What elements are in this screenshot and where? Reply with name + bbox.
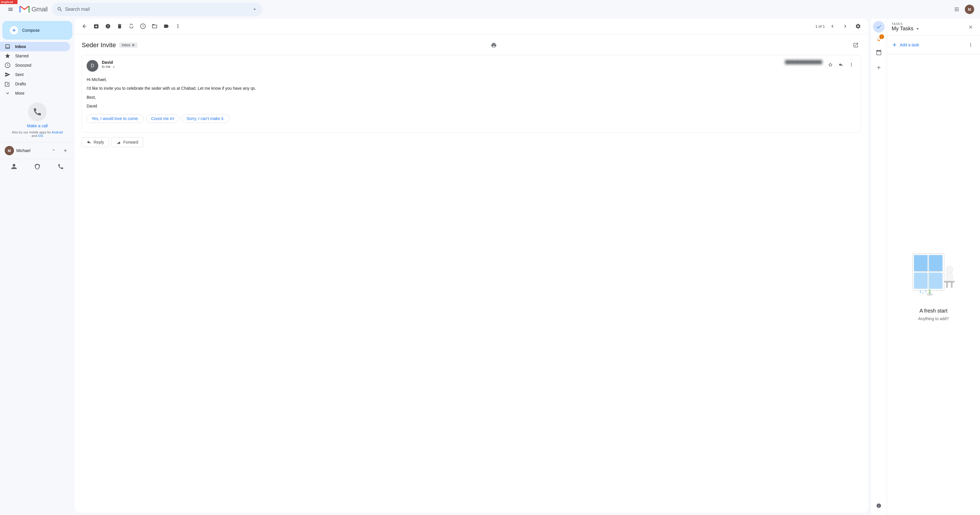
label-button[interactable] (161, 21, 172, 32)
spam-button[interactable] (103, 21, 113, 32)
user-dropdown-icon[interactable] (51, 148, 56, 154)
snooze-button[interactable] (138, 21, 148, 32)
remove-tag-button[interactable]: ✕ (132, 43, 135, 47)
sidebar-item-snoozed[interactable]: Snoozed (0, 60, 70, 70)
compose-button[interactable]: Compose (2, 21, 72, 40)
calendar-icon (876, 49, 882, 55)
email-subject: Seder Invite (82, 41, 116, 49)
star-email-button[interactable] (826, 60, 835, 69)
logo-area: Gmail (19, 3, 48, 15)
search-input[interactable] (65, 7, 250, 12)
next-email-button[interactable] (840, 21, 851, 32)
star-icon (5, 53, 11, 59)
sender-info: David to me (102, 60, 781, 69)
search-dropdown-icon[interactable] (252, 6, 258, 12)
drafts-label: Drafts (15, 82, 26, 86)
tasks-check-icon (876, 24, 882, 30)
prev-email-button[interactable] (827, 21, 838, 32)
sidebar-item-starred[interactable]: Starred (0, 51, 70, 60)
email-message: D David to me ███████████████ (82, 55, 861, 133)
pagination: 1 of 1 (815, 21, 863, 32)
tasks-close-button[interactable] (966, 22, 975, 32)
delete-button[interactable] (115, 21, 125, 32)
svg-point-17 (920, 290, 921, 293)
tasks-icon-button[interactable] (873, 21, 885, 33)
smart-replies: Yes, I would love to come. Count me in! … (87, 114, 856, 123)
apps-button[interactable] (951, 3, 963, 15)
sidebar-item-more[interactable]: More (0, 89, 70, 98)
email-content: Seder Invite Inbox ✕ D (75, 34, 868, 153)
forward-label: Forward (123, 140, 138, 144)
move-to-button[interactable] (150, 21, 160, 32)
account-button[interactable]: M (964, 3, 975, 15)
email-greeting: Hi Michael, (87, 76, 856, 83)
ios-link[interactable]: iOS (38, 134, 43, 138)
svg-point-18 (923, 292, 924, 295)
info-button[interactable] (874, 501, 883, 510)
fresh-start-subtitle: Anything to add? (918, 316, 949, 321)
reply-label: Reply (94, 140, 104, 144)
chat-user-item[interactable]: M Michael (2, 145, 72, 157)
chat-user-name: Michael (16, 148, 30, 153)
keep-icon-button[interactable]: ! (873, 34, 885, 46)
archive-button[interactable] (91, 21, 102, 32)
sidebar-item-sent[interactable]: Sent (0, 70, 70, 79)
settings-button[interactable] (853, 21, 863, 32)
tasks-label: TASKS (892, 22, 921, 25)
expand-button[interactable] (851, 40, 861, 51)
smart-reply-1[interactable]: Count me in! (146, 114, 179, 123)
smart-reply-2[interactable]: Sorry, I can't make it. (182, 114, 229, 123)
reply-quick-button[interactable] (836, 60, 846, 69)
email-header: D David to me ███████████████ (87, 60, 856, 72)
snoozed-label: Snoozed (15, 63, 31, 68)
mark-unread-button[interactable] (126, 21, 137, 32)
search-icon (57, 6, 63, 12)
android-link[interactable]: Android (52, 130, 63, 134)
snooze-icon (5, 62, 11, 68)
reply-button[interactable]: Reply (82, 137, 109, 147)
svg-rect-5 (914, 273, 928, 289)
make-call-link[interactable]: Make a call (27, 124, 48, 128)
tasks-illustration: A fresh start Anything to add? (887, 54, 980, 515)
inbox-icon (5, 44, 11, 49)
sender-to[interactable]: to me (102, 65, 781, 69)
meet-phone-button[interactable] (56, 162, 66, 172)
sidebar: Compose Inbox Starred Snoozed (0, 19, 75, 515)
call-icon-wrap (28, 103, 47, 121)
fresh-start-title: A fresh start (920, 308, 947, 314)
more-email-actions-button[interactable] (847, 60, 856, 69)
calendar-icon-button[interactable] (873, 47, 885, 58)
right-icon-column: ! (870, 19, 887, 515)
sidebar-item-drafts[interactable]: Drafts (0, 79, 70, 89)
svg-point-9 (946, 266, 953, 273)
add-task-button[interactable]: Add a task (892, 42, 919, 48)
tasks-dropdown-icon[interactable] (915, 26, 921, 32)
smart-reply-0[interactable]: Yes, I would love to come. (87, 114, 144, 123)
svg-rect-3 (914, 255, 928, 271)
task-options-button[interactable] (966, 40, 975, 49)
email-actions-right (826, 60, 856, 69)
task-more-icon (968, 42, 973, 48)
phone-icon (33, 107, 42, 117)
top-right-icons: M (951, 3, 975, 15)
print-button[interactable] (488, 40, 499, 51)
svg-rect-6 (929, 273, 942, 289)
add-chat-button[interactable] (60, 146, 70, 155)
sent-label: Sent (15, 72, 24, 77)
add-task-row: Add a task (887, 36, 980, 54)
menu-button[interactable] (5, 3, 16, 15)
inbox-label: Inbox (15, 44, 26, 49)
meet-rooms-button[interactable] (32, 162, 43, 172)
more-actions-button[interactable] (173, 21, 183, 32)
sidebar-item-inbox[interactable]: Inbox (0, 42, 70, 51)
plus-icon-button[interactable] (873, 62, 885, 73)
back-button[interactable] (80, 21, 90, 32)
svg-rect-4 (929, 255, 942, 271)
mobile-apps-text: Also try our mobile apps for Android and… (12, 130, 63, 138)
meet-contacts-button[interactable] (9, 162, 19, 172)
forward-button[interactable]: Forward (111, 137, 143, 147)
tasks-panel: TASKS My Tasks Add a task (887, 19, 980, 515)
chat-bar: M Michael (0, 142, 75, 159)
top-bar: Gmail M (0, 0, 980, 19)
svg-rect-12 (946, 282, 948, 288)
